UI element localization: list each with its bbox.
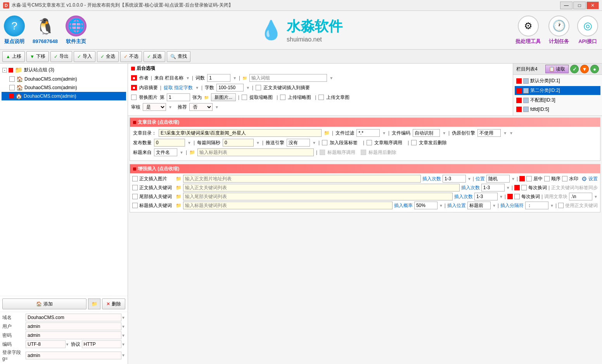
- checkbox-2[interactable]: [9, 85, 15, 90]
- image-index-input[interactable]: [167, 93, 190, 101]
- cat-item-4[interactable]: fdfd[ID:5]: [515, 105, 600, 113]
- close-button[interactable]: ✕: [586, 2, 599, 9]
- encoding-input[interactable]: [26, 340, 66, 348]
- cat-down-button[interactable]: ▼: [580, 65, 589, 73]
- batch-tool-item[interactable]: ⚙ 批处理工具: [516, 16, 541, 45]
- title-delete-checkbox[interactable]: [361, 150, 366, 155]
- password-input[interactable]: [26, 331, 121, 339]
- help-icon-item[interactable]: ? 疑点说明: [4, 16, 25, 45]
- title-pos-input[interactable]: [467, 202, 491, 209]
- maximize-button[interactable]: □: [573, 2, 586, 9]
- replace-img-checkbox[interactable]: [131, 95, 137, 100]
- kw-insert-input[interactable]: [183, 184, 460, 191]
- publish-count-input[interactable]: [154, 139, 185, 147]
- site-item-3[interactable]: 🏠 DouhaoCMS.com(admin): [2, 92, 126, 100]
- img-count-input[interactable]: [443, 175, 466, 183]
- site-item-1[interactable]: 🏠 DouhaoCMS.com(admin): [2, 75, 126, 83]
- checkbox-1[interactable]: [9, 76, 15, 82]
- title-sep-input[interactable]: [525, 202, 548, 209]
- article-dir-header[interactable]: 文章目录 (点击收缩): [130, 118, 600, 127]
- enhance-header[interactable]: 增强插入 (点击收缩): [130, 164, 600, 173]
- img-order-checkbox[interactable]: [544, 176, 550, 181]
- filter-input[interactable]: [356, 129, 380, 137]
- img-center-checkbox[interactable]: [526, 176, 532, 181]
- protocol-input[interactable]: [82, 340, 122, 348]
- words-input[interactable]: [207, 74, 230, 82]
- cat-item-2[interactable]: 第二分类[ID:2]: [515, 86, 600, 95]
- count-arrow: ▼: [187, 141, 191, 145]
- title-kw-input[interactable]: [183, 202, 393, 209]
- title-kw-checkbox[interactable]: [132, 203, 138, 208]
- upload-thumb-checkbox[interactable]: [280, 95, 285, 100]
- word-group-input[interactable]: [249, 74, 327, 82]
- loginfield-input[interactable]: [26, 352, 121, 359]
- minimize-button[interactable]: —: [560, 2, 573, 9]
- title-rate-input[interactable]: [414, 202, 438, 209]
- import-button[interactable]: ✓ 导入: [74, 51, 95, 62]
- title-pos-arrow: ▼: [492, 204, 496, 208]
- move-up-button[interactable]: ▲ 上移: [2, 51, 25, 62]
- delete-site-button[interactable]: ✕ 删除: [102, 298, 125, 309]
- cat-item-1[interactable]: 默认分类[ID:1]: [515, 76, 600, 85]
- folder-button[interactable]: 📁: [88, 298, 100, 309]
- tail-insert-input[interactable]: [183, 193, 453, 200]
- cat-add-button[interactable]: ✓: [570, 65, 579, 73]
- setting-label[interactable]: 设置: [588, 176, 598, 182]
- extract-thumb-label: 提取缩略图: [249, 94, 273, 101]
- add-site-button[interactable]: 🏠 添加: [2, 298, 86, 309]
- find-button[interactable]: 🔍 查找: [167, 51, 190, 62]
- push-engine-input[interactable]: [287, 139, 310, 147]
- enhance-title: 增强插入 (点击收缩): [138, 166, 179, 172]
- schedule-item[interactable]: 🕐 计划任务: [548, 16, 569, 45]
- tail-article-input[interactable]: [569, 193, 592, 200]
- img-watermark-checkbox[interactable]: [562, 176, 567, 181]
- api-item[interactable]: ◎ API接口: [577, 16, 598, 45]
- read-button[interactable]: 📋 读取: [545, 65, 569, 73]
- title-order-checkbox[interactable]: [320, 150, 325, 155]
- upload-article-checkbox[interactable]: [318, 95, 324, 100]
- gear-setting-icon[interactable]: ⚙: [581, 175, 587, 183]
- qq-icon-item[interactable]: 🐧 897687648: [33, 16, 58, 44]
- img-url-input[interactable]: [183, 175, 421, 183]
- kw-count-input[interactable]: [481, 184, 505, 191]
- tail-change-checkbox[interactable]: [514, 194, 520, 199]
- recommend-select[interactable]: 否 是: [189, 103, 213, 111]
- cat-item-3[interactable]: 不配图[ID:3]: [515, 96, 600, 105]
- kw-change-checkbox[interactable]: [521, 185, 527, 190]
- charcount-input[interactable]: [216, 84, 244, 91]
- website-icon-item[interactable]: 🌐 软件主页: [66, 16, 86, 45]
- review-select[interactable]: 是 否: [143, 103, 166, 111]
- deselect-button[interactable]: ✓ 不选: [120, 51, 142, 62]
- cat-square-4: [523, 107, 529, 112]
- tail-insert-checkbox[interactable]: [132, 194, 138, 199]
- export-button[interactable]: ✓ 导出: [50, 51, 72, 62]
- dir-input[interactable]: [159, 129, 322, 137]
- paragraph-checkbox[interactable]: [322, 140, 327, 145]
- select-all-button[interactable]: ✓ 全选: [97, 51, 119, 62]
- keyword-summary-checkbox[interactable]: [256, 85, 261, 90]
- order-checkbox[interactable]: [367, 140, 372, 145]
- img-insert-checkbox[interactable]: [132, 176, 138, 181]
- extract-thumb-checkbox[interactable]: [242, 95, 247, 100]
- title-list-input[interactable]: [197, 148, 314, 156]
- domain-input[interactable]: [26, 314, 121, 321]
- use-kw-checkbox[interactable]: [558, 203, 564, 208]
- img-pos-input[interactable]: [486, 175, 510, 183]
- file-encoding-input[interactable]: [413, 129, 440, 137]
- user-input[interactable]: [26, 323, 121, 330]
- enhance-body: 正文插入图片 📁 插入次数 ▼ | 位置 ▼ | 居中 顺序: [130, 173, 600, 212]
- cat-active-button[interactable]: ●: [590, 65, 599, 73]
- tail-count-input[interactable]: [474, 193, 498, 200]
- tree-group-header[interactable]: - 📁 默认站点组 (3): [2, 65, 126, 75]
- new-image-button[interactable]: 新图片...: [211, 93, 236, 101]
- delete-after-checkbox[interactable]: [411, 140, 417, 145]
- reverse-select-button[interactable]: ✓ 反选: [144, 51, 165, 62]
- interval-input[interactable]: [223, 139, 254, 147]
- pseudo-input[interactable]: [477, 129, 501, 137]
- site-item-2[interactable]: 🏠 DouhaoCMS.com(admin): [2, 83, 126, 92]
- move-down-button[interactable]: ▼ 下移: [26, 51, 49, 62]
- cat-red-3: [516, 98, 522, 103]
- kw-insert-checkbox[interactable]: [132, 185, 138, 190]
- title-source-input[interactable]: [154, 148, 177, 156]
- tree-expand-icon[interactable]: -: [2, 68, 7, 72]
